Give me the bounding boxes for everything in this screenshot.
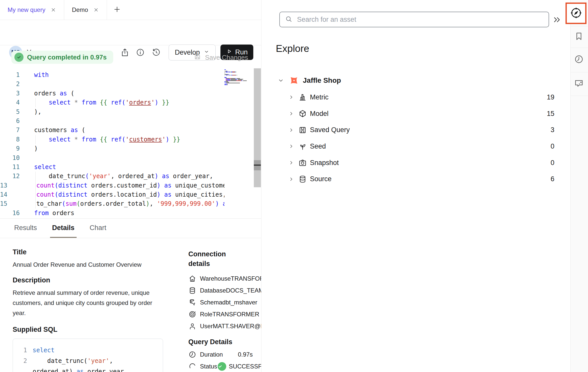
code-line[interactable]: 3orders as (: [0, 89, 224, 98]
chevron-right-icon[interactable]: [288, 127, 294, 133]
status-message: Query completed in 0.97s: [27, 53, 107, 61]
query-details-rows: Duration0.97sStatusSUCCESSFUL: [188, 348, 261, 372]
history-icon[interactable]: [151, 48, 161, 57]
tree-item-model[interactable]: Model15: [288, 106, 554, 122]
code-line[interactable]: 11select: [0, 162, 224, 172]
minimap[interactable]: [224, 69, 253, 85]
code-line[interactable]: 13 count(distinct orders.customer_id) as…: [0, 181, 224, 190]
editor-tab-my-new-query[interactable]: My new query: [0, 0, 64, 20]
code-line[interactable]: 2: [0, 79, 224, 89]
project-name: Jaffle Shop: [303, 76, 341, 85]
chevron-right-icon[interactable]: [288, 143, 294, 149]
line-number: 12: [0, 172, 20, 181]
detail-value: 0.97s: [238, 351, 253, 358]
tab-chart[interactable]: Chart: [88, 219, 108, 238]
bookmark-rail-button[interactable]: [574, 32, 584, 42]
scroll-position-marker: [254, 164, 261, 166]
compass-icon: [570, 7, 582, 20]
tab-results[interactable]: Results: [12, 219, 39, 238]
source-icon: [298, 175, 307, 183]
line-number: 3: [0, 89, 20, 98]
close-tab-icon[interactable]: [50, 7, 56, 13]
chat-sparkle-icon: [574, 78, 584, 89]
connection-rows: WarehouseTRANSFORMERDatabaseDOCS_TEAM_Sc…: [188, 273, 261, 332]
search-input[interactable]: [297, 15, 544, 24]
asset-search-box[interactable]: [279, 12, 549, 27]
code-line[interactable]: 4 select * from {{ ref('orders') }}: [0, 98, 224, 107]
collapse-panel-icon[interactable]: [552, 15, 562, 25]
indent-guide: [35, 135, 36, 144]
tree-item-saved-query[interactable]: Saved Query3: [288, 122, 554, 138]
details-panel: Title Annual Order Revenue and Customer …: [0, 238, 261, 372]
line-number: 5: [0, 107, 20, 116]
model-icon: [298, 109, 307, 118]
tree-item-seed[interactable]: Seed0: [288, 138, 554, 155]
editor-tab-bar: My new queryDemo: [0, 0, 261, 20]
rail-divider: [571, 96, 588, 96]
description-heading: Description: [13, 276, 164, 284]
code-line[interactable]: 10: [0, 153, 224, 162]
chevron-right-icon[interactable]: [288, 111, 294, 117]
query-details-heading: Query Details: [188, 338, 261, 346]
tree-item-snapshot[interactable]: Snapshot0: [288, 155, 554, 171]
tree-item-count: 6: [551, 175, 554, 183]
code-line[interactable]: 15 to_char(sum(orders.order_total), '999…: [0, 199, 224, 208]
save-changes-button[interactable]: Save Changes: [193, 53, 248, 63]
chevron-right-icon[interactable]: [288, 176, 294, 182]
code-line[interactable]: 12 date_trunc('year', ordered_at) as ord…: [0, 172, 224, 181]
explore-rail-button[interactable]: [566, 3, 586, 24]
status-check-badge: [218, 362, 226, 371]
tree-item-label: Metric: [310, 93, 329, 101]
close-tab-icon[interactable]: [93, 7, 99, 13]
line-number: 9: [0, 144, 20, 153]
code-line[interactable]: 5),: [0, 107, 224, 116]
tab-details[interactable]: Details: [50, 219, 77, 238]
query-detail-row-duration: Duration0.97s: [188, 348, 261, 360]
code-line[interactable]: 14 count(distinct orders.location_id) as…: [0, 190, 224, 199]
clock-icon: [574, 54, 584, 65]
line-number: 7: [0, 126, 20, 135]
code-line[interactable]: 8 select * from {{ ref('customers') }}: [0, 135, 224, 144]
sql-editor[interactable]: 1with23orders as (4 select * from {{ ref…: [0, 68, 261, 218]
supplied-sql-heading: Supplied SQL: [13, 326, 164, 334]
search-icon: [285, 15, 292, 24]
line-number: 6: [0, 116, 20, 126]
history-rail-button[interactable]: [574, 55, 584, 65]
query-editor-pane: My new queryDemo MS Your query Develop R…: [0, 0, 261, 372]
chevron-right-icon[interactable]: [288, 94, 294, 100]
share-icon[interactable]: [120, 48, 130, 57]
connection-label: Warehouse: [200, 275, 231, 282]
chevron-down-icon[interactable]: [278, 77, 284, 84]
code-line[interactable]: 7customers as (: [0, 126, 224, 135]
line-number: 15: [0, 199, 7, 208]
tree-item-label: Seed: [310, 142, 326, 150]
connection-value: dbt_mshaver: [222, 299, 257, 306]
supplied-sql-box: 1select2 date_trunc('year',ordered_at) a…: [13, 339, 163, 372]
connection-label: Role: [200, 311, 212, 318]
save-changes-label: Save Changes: [205, 54, 248, 61]
plus-icon: [113, 5, 121, 14]
info-icon[interactable]: [135, 48, 145, 57]
add-tab-button[interactable]: [107, 0, 127, 20]
line-number: 11: [0, 162, 20, 172]
save-icon: [193, 53, 201, 63]
code-line[interactable]: 1with: [0, 70, 224, 79]
code-line[interactable]: 9): [0, 144, 224, 153]
sql-line: 1select: [19, 345, 163, 356]
code-line[interactable]: 6: [0, 116, 224, 126]
tree-item-source[interactable]: Source6: [288, 171, 554, 187]
tree-item-metric[interactable]: Metric19: [288, 89, 554, 106]
tree-item-count: 3: [551, 126, 554, 134]
indent-guide: [35, 98, 36, 107]
editor-tab-demo[interactable]: Demo: [64, 0, 107, 20]
tree-item-label: Snapshot: [310, 159, 339, 167]
ai-chat-rail-button[interactable]: [574, 79, 584, 89]
project-row-jaffle-shop[interactable]: Jaffle Shop: [278, 74, 341, 87]
code-line[interactable]: 16from orders: [0, 209, 224, 218]
tree-item-count: 19: [547, 93, 554, 101]
dbt-logo-icon: [289, 75, 299, 86]
chevron-right-icon[interactable]: [288, 160, 294, 166]
description-value: Retrieve annual summary of order revenue…: [13, 288, 153, 318]
code-lines[interactable]: 1with23orders as (4 select * from {{ ref…: [0, 70, 224, 218]
connection-label: User: [200, 323, 213, 330]
